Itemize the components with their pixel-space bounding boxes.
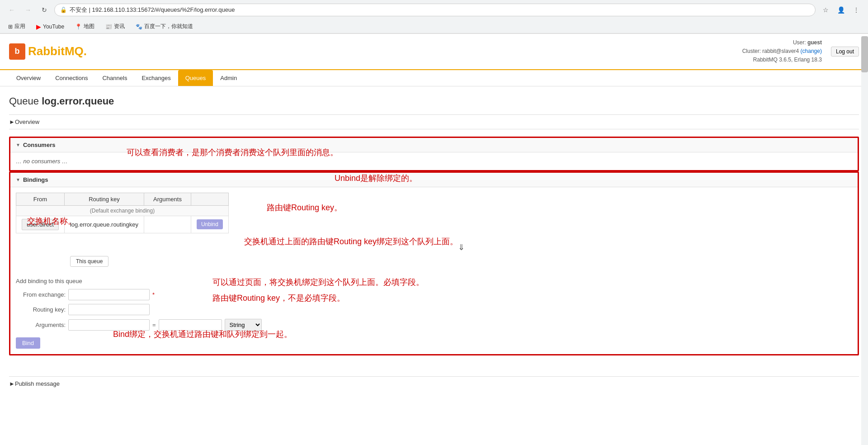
bookmark-apps[interactable]: ⊞ 应用 — [5, 22, 28, 31]
user-info: User: guest Cluster: rabbit@slaver4 (cha… — [742, 38, 822, 65]
consumers-body: … no consumers … — [10, 152, 858, 170]
binding-action-cell: Unbind — [191, 216, 228, 233]
page-content: b RabbitMQ. User: guest Cluster: rabbit@… — [0, 34, 868, 443]
user-label: User: — [793, 39, 806, 46]
consumers-section: ▼ Consumers … no consumers … — [9, 137, 859, 171]
back-button[interactable]: ← — [5, 4, 18, 16]
apps-icon: ⊞ — [8, 24, 13, 30]
arguments-value-input[interactable] — [159, 319, 222, 331]
consumers-header[interactable]: ▼ Consumers — [10, 138, 858, 152]
publish-section-header[interactable]: ► Publish message — [9, 376, 859, 391]
bookmark-youtube[interactable]: ▶ YouTube — [33, 22, 67, 31]
rmq-logo: b RabbitMQ. — [9, 43, 87, 60]
publish-label: Publish message — [15, 380, 60, 387]
baidu-icon: 🐾 — [136, 24, 142, 30]
add-binding-label: Add binding to this queue — [16, 278, 852, 284]
page-title-name: log.error.queue — [42, 95, 114, 107]
overview-section: ► Overview — [9, 114, 859, 129]
page-title-prefix: Queue — [9, 95, 39, 107]
overview-label: Overview — [15, 118, 39, 125]
bookmark-news-label: 资讯 — [114, 23, 125, 30]
routing-key-input[interactable] — [68, 304, 150, 315]
version-text: RabbitMQ 3.6.5, Erlang 18.3 — [753, 57, 822, 63]
this-queue-badge: This queue — [70, 256, 108, 267]
nav-connections[interactable]: Connections — [48, 70, 95, 86]
from-exchange-required: * — [152, 291, 155, 298]
from-exchange-row: From exchange: * — [16, 289, 852, 300]
logo-dot: . — [84, 44, 87, 58]
bookmark-baidu[interactable]: 🐾 百度一下，你就知道 — [133, 22, 196, 31]
unbind-button[interactable]: Unbind — [197, 219, 223, 229]
bookmark-maps-label: 地图 — [84, 23, 94, 30]
scrollbar-thumb[interactable] — [861, 36, 868, 72]
rmq-logo-icon: b — [9, 43, 25, 60]
maps-icon: 📍 — [75, 24, 82, 30]
forward-button[interactable]: → — [22, 4, 34, 16]
user-area: User: guest Cluster: rabbit@slaver4 (cha… — [742, 38, 859, 65]
arguments-label: Arguments: — [16, 322, 66, 328]
bind-button[interactable]: Bind — [16, 337, 40, 349]
no-consumers-text: … no consumers … — [16, 158, 68, 165]
add-binding-form: Add binding to this queue From exchange:… — [16, 278, 852, 349]
bindings-table: From Routing key Arguments (Default exch… — [16, 193, 229, 233]
table-header-from: From — [16, 193, 65, 205]
default-exchange-cell: (Default exchange binding) — [16, 205, 229, 216]
binding-routing-key-cell: log.error.queue.routingkey — [64, 216, 144, 233]
default-exchange-row: (Default exchange binding) — [16, 205, 229, 216]
rmq-nav: Overview Connections Channels Exchanges … — [0, 70, 868, 86]
binding-arguments-cell — [144, 216, 191, 233]
menu-button[interactable]: ⋮ — [850, 4, 863, 16]
publish-toggle-icon: ► — [9, 380, 15, 387]
routing-key-label: Routing key: — [16, 306, 66, 313]
from-exchange-label: From exchange: — [16, 291, 66, 298]
overview-header[interactable]: ► Overview — [9, 114, 859, 129]
table-header-arguments: Arguments — [144, 193, 191, 205]
nav-overview[interactable]: Overview — [9, 70, 48, 86]
bookmark-youtube-label: YouTube — [43, 24, 64, 30]
bookmark-news[interactable]: 📰 资讯 — [103, 22, 127, 31]
news-icon: 📰 — [105, 24, 112, 30]
bookmarks-bar: ⊞ 应用 ▶ YouTube 📍 地图 📰 资讯 🐾 百度一下，你就知道 — [0, 20, 868, 33]
address-bar[interactable]: 🔓 不安全 | 192.168.110.133:15672/#/queues/%… — [54, 4, 816, 16]
bookmark-star-button[interactable]: ☆ — [819, 4, 832, 16]
overview-toggle-icon: ► — [9, 118, 15, 125]
from-exchange-input[interactable] — [68, 289, 150, 300]
arguments-row: Arguments: = String Integer Boolean — [16, 319, 852, 331]
table-header-routing-key: Routing key — [64, 193, 144, 205]
profile-button[interactable]: 👤 — [835, 4, 847, 16]
logo-text-orange: MQ — [65, 44, 84, 58]
logout-button[interactable]: Log out — [831, 47, 859, 57]
arrow-down-icon: ⇓ — [70, 241, 852, 254]
cluster-label: Cluster: — [742, 48, 761, 54]
youtube-icon: ▶ — [36, 23, 41, 30]
browser-chrome: ← → ↻ 🔓 不安全 | 192.168.110.133:15672/#/qu… — [0, 0, 868, 34]
queue-indicator: ⇓ This queue — [70, 241, 852, 269]
bookmark-apps-label: 应用 — [14, 23, 25, 30]
binding-from-value: user.direct — [22, 219, 59, 230]
user-name: guest — [807, 39, 822, 46]
scrollbar-track[interactable] — [861, 36, 868, 443]
arguments-type-select[interactable]: String Integer Boolean — [225, 319, 262, 331]
arguments-key-input[interactable] — [68, 319, 150, 331]
nav-queues[interactable]: Queues — [178, 70, 213, 86]
security-icon: 🔓 — [60, 7, 67, 13]
nav-admin[interactable]: Admin — [213, 70, 244, 86]
nav-channels[interactable]: Channels — [95, 70, 134, 86]
cluster-change-link[interactable]: (change) — [801, 48, 822, 54]
rmq-logo-text: RabbitMQ. — [28, 44, 87, 58]
cluster-value: rabbit@slaver4 — [762, 48, 799, 54]
table-row: user.direct log.error.queue.routingkey U… — [16, 216, 229, 233]
table-header-action — [191, 193, 228, 205]
logo-text-black: Rabbit — [28, 44, 65, 58]
routing-key-row: Routing key: — [16, 304, 852, 315]
bindings-body: From Routing key Arguments (Default exch… — [10, 187, 858, 354]
reload-button[interactable]: ↻ — [38, 4, 51, 16]
browser-toolbar: ← → ↻ 🔓 不安全 | 192.168.110.133:15672/#/qu… — [0, 0, 868, 20]
url-text: 不安全 | 192.168.110.133:15672/#/queues/%2F… — [70, 6, 235, 14]
nav-exchanges[interactable]: Exchanges — [134, 70, 178, 86]
bookmark-maps[interactable]: 📍 地图 — [72, 22, 97, 31]
rmq-header: b RabbitMQ. User: guest Cluster: rabbit@… — [0, 34, 868, 70]
bindings-section: ▼ Bindings From Routing key Arguments — [9, 171, 859, 355]
bindings-header[interactable]: ▼ Bindings — [10, 173, 858, 187]
bindings-title: Bindings — [23, 176, 48, 183]
